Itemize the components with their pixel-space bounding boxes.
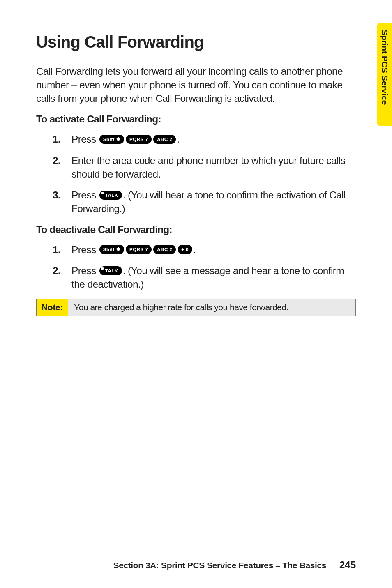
step-text-pre: Press bbox=[71, 189, 99, 201]
step-text-pre: Press bbox=[71, 265, 99, 276]
note-box: Note: You are charged a higher rate for … bbox=[36, 299, 356, 316]
key-talk-icon: TALK bbox=[99, 266, 122, 275]
activate-step-3: 3. Press TALK. (You will hear a tone to … bbox=[53, 188, 356, 216]
step-number: 2. bbox=[53, 264, 71, 291]
note-label: Note: bbox=[37, 299, 68, 316]
footer-section-title: Section 3A: Sprint PCS Service Features … bbox=[113, 560, 326, 570]
deactivate-step-2: 2. Press TALK. (You will see a message a… bbox=[53, 264, 356, 291]
key-pqrs7-icon: PQRS 7 bbox=[126, 245, 152, 254]
step-number: 3. bbox=[53, 188, 71, 216]
step-text-pre: Press bbox=[71, 134, 99, 145]
activate-step-2: 2. Enter the area code and phone number … bbox=[53, 154, 356, 181]
step-body: Press Shift ✱PQRS 7ABC 2+ 0. bbox=[71, 243, 356, 256]
key-plus0-icon: + 0 bbox=[178, 245, 192, 254]
step-body: Press Shift ✱PQRS 7ABC 2. bbox=[71, 132, 356, 146]
key-pqrs7-icon: PQRS 7 bbox=[126, 135, 152, 144]
step-number: 1. bbox=[53, 132, 71, 146]
deactivate-steps: 1. Press Shift ✱PQRS 7ABC 2+ 0. 2. Press… bbox=[53, 243, 356, 291]
step-body: Press TALK. (You will see a message and … bbox=[71, 264, 356, 291]
activate-step-1: 1. Press Shift ✱PQRS 7ABC 2. bbox=[53, 132, 356, 146]
page-title: Using Call Forwarding bbox=[36, 33, 356, 51]
step-body: Enter the area code and phone number to … bbox=[71, 154, 356, 181]
key-abc2-icon: ABC 2 bbox=[153, 135, 176, 144]
step-text-pre: Press bbox=[71, 244, 99, 255]
step-number: 1. bbox=[53, 243, 71, 256]
step-body: Press TALK. (You will hear a tone to con… bbox=[71, 188, 356, 216]
deactivate-step-1: 1. Press Shift ✱PQRS 7ABC 2+ 0. bbox=[53, 243, 356, 256]
side-tab-label: Sprint PCS Service bbox=[380, 23, 390, 105]
key-talk-icon: TALK bbox=[99, 191, 122, 200]
note-body: You are charged a higher rate for calls … bbox=[68, 299, 355, 316]
footer-page-number: 245 bbox=[339, 559, 356, 571]
step-number: 2. bbox=[53, 154, 71, 181]
page-footer: Section 3A: Sprint PCS Service Features … bbox=[36, 559, 356, 571]
activate-heading: To activate Call Forwarding: bbox=[36, 113, 356, 125]
deactivate-heading: To deactivate Call Forwarding: bbox=[36, 224, 356, 235]
step-text-post: . bbox=[193, 244, 196, 255]
key-shift-star-icon: Shift ✱ bbox=[99, 245, 124, 254]
step-text-post: . bbox=[177, 134, 179, 145]
manual-page: Sprint PCS Service Using Call Forwarding… bbox=[0, 0, 392, 588]
intro-paragraph: Call Forwarding lets you forward all you… bbox=[36, 65, 348, 105]
activate-steps: 1. Press Shift ✱PQRS 7ABC 2. 2. Enter th… bbox=[53, 132, 356, 216]
key-shift-star-icon: Shift ✱ bbox=[99, 135, 124, 144]
key-abc2-icon: ABC 2 bbox=[153, 245, 176, 254]
side-tab: Sprint PCS Service bbox=[377, 23, 392, 126]
